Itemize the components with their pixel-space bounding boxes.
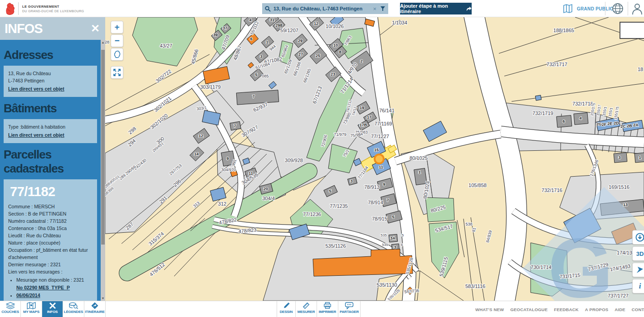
map-parcel-label: 10/1026 [326,24,344,29]
map-house-number: 11 [249,171,253,176]
gov-title: LE GOUVERNEMENT [22,5,84,9]
account-button[interactable] [631,2,643,17]
map-house-number: 10 [333,43,338,48]
map-parcel-label: 78/913 [364,184,380,190]
map-parcel-label: 309/928 [285,158,303,163]
parcelle-card: 77/1182 Commune : MERSCHSection : B de P… [4,179,97,301]
map-house-number: 14 [194,152,199,156]
tool-dessin[interactable]: DESSIN [277,301,296,317]
map-house-number: 2C [620,124,626,129]
tab-legendes-label: LÉGENDES [64,310,83,314]
scroll-up-icon[interactable]: ▲ [101,40,105,45]
scrollbar-thumb[interactable] [101,50,105,245]
tab-infos-label: INFOS [47,310,58,314]
tab-couches[interactable]: COUCHES [0,301,21,317]
adresse-line2: L-7463 Pettingen [8,77,93,84]
tab-my-maps[interactable]: MY MAPS [21,301,42,317]
close-panel-icon[interactable]: ✕ [91,22,100,35]
infos-panel-body: Adresses 13, Rue du Château L-7463 Petti… [0,40,101,301]
parcel-detail-line: Lien vers les mesurages : [8,268,93,275]
panel-scrollbar[interactable]: ▲ ▼ [101,40,105,301]
zoom-out-label: − [114,36,119,46]
link-feedback[interactable]: FEEDBACK [554,307,578,312]
map-parcel-label: 77/1236 [303,211,321,217]
map-house-number: 29 [298,38,302,43]
link-geocatalogue[interactable]: GEOCATALOGUE [510,307,547,312]
tool-partager-label: PARTAGER [340,310,359,314]
cadastral-map[interactable]: G43/2745/86647/70948/86755/111259/120710… [105,17,644,301]
mesurage-link-item[interactable]: No 02290 MES_TYPE_P 06/06/2014 [16,284,93,299]
map-house-number: 7 [234,124,236,128]
grand-public-switch[interactable]: GRAND PUBLIC [562,1,613,16]
tool-mesurer[interactable]: MESURER [296,301,317,317]
adresse-direct-link[interactable]: Lien direct vers cet objet [8,85,64,93]
map-parcel-label: 77/1169 [375,121,392,126]
language-globe-button[interactable] [611,2,624,17]
fullscreen-icon [113,68,121,77]
map-parcel-label: 303/1179 [200,84,220,90]
map-canvas[interactable]: G43/2745/86647/70948/86755/111259/120710… [105,17,644,301]
parcel-detail-line: Section : B de PETTINGEN [8,210,93,217]
globe-icon [611,2,624,15]
tab-legendes[interactable]: LÉGENDES [63,301,84,317]
red-lion-icon [4,2,15,15]
map-parcel-label: 77/1227 [371,134,389,139]
map-house-number: 17 [367,115,371,120]
batiment-direct-link[interactable]: Lien direct vers cet objet [8,131,64,139]
map-house-number: 20 [263,187,268,191]
close-x-icon [49,302,57,309]
map-house-number: 27 [298,52,303,57]
zoom-to-extent-button[interactable] [111,48,123,61]
panel-title: INFOS [5,21,43,36]
overview-map-box[interactable] [620,22,644,39]
map-parcel-label: 6 [401,243,403,247]
route-arrow-icon [466,6,472,11]
gov-subtitle: DU GRAND-DUCHÉ DE LUXEMBOURG [22,10,84,13]
tab-itineraire[interactable]: ITINÉRAIRE [84,301,106,317]
map-house-number: 13 [623,202,628,207]
folded-map-icon [562,3,573,14]
layers-icon [6,302,15,309]
link-contact[interactable]: CONTACT [632,307,644,312]
tab-my-maps-label: MY MAPS [23,310,39,314]
batiments-heading: Bâtiments [4,101,97,115]
map-info-button[interactable]: i [632,279,644,293]
batiment-type: Type :bâtiment à habitation [8,123,93,130]
map-parcel-label: 5 [402,233,404,237]
map-house-number: 15 [374,148,379,152]
map-house-number: 31 [270,18,274,22]
zoom-in-button[interactable]: + [111,21,123,34]
3d-view-button[interactable]: 3D [632,246,644,261]
mesurage-link: No 02290 MES_TYPE_P 06/06/2014 [16,284,93,299]
map-house-number: 12 [199,134,203,138]
tool-partager[interactable]: PARTAGER [338,301,361,317]
map-parcel-label: 76/141 [379,108,395,113]
map-house-number: 2F [602,122,607,127]
zoom-out-button[interactable]: − [111,34,123,47]
search-bar[interactable]: 13, Rue du Château, L-7463 Pettingen × [262,3,388,14]
legend-icon [68,302,78,309]
parcel-detail-line: Dernier mesurage : 2321 [8,261,93,268]
link-aide[interactable]: AIDE [615,307,625,312]
link-whats-new[interactable]: WHAT'S NEW [475,307,504,312]
add-route-step-button[interactable]: Ajouter étape à mon itinéraire [400,3,472,14]
map-house-number: 1 [639,155,641,160]
fullscreen-button[interactable] [111,66,123,79]
download-button[interactable] [632,230,644,245]
tab-infos[interactable]: INFOS [42,301,63,317]
mesurages-list: Mesurage non disponible : 2321 No 02290 … [10,276,93,299]
map-parcel-label: 085 [262,74,268,78]
map-parcel-label: 71/979 [334,132,346,137]
map-house-number: 39 [213,33,218,37]
share-bubble-icon [345,302,354,309]
link-a-propos[interactable]: A PROPOS [585,307,608,312]
geolocate-button[interactable] [632,263,644,277]
tool-imprimer[interactable]: IMPRIMER [317,301,338,317]
filter-icon[interactable] [380,6,385,11]
scroll-down-icon[interactable]: ▼ [101,296,105,301]
map-parcel-label: 732/1718 [572,101,593,106]
search-input[interactable]: 13, Rue du Château, L-7463 Pettingen [273,6,373,11]
clear-search-icon[interactable]: × [373,5,376,12]
parcel-detail-line: Contenance : 0ha 03a 15ca [8,225,93,232]
parcel-detail-line: Occupation : pf_bâtiment en état futur d… [8,246,93,261]
